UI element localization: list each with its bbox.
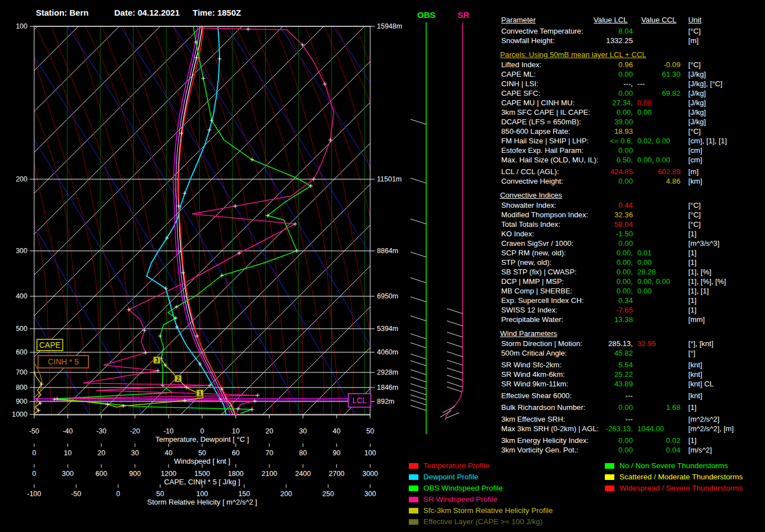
table-row: Bulk Richardson Number:0.001.68[1] (500, 403, 764, 412)
table-row: FM Hail Size | SHIP | LHP:<= 0.6,0.02, 0… (500, 136, 764, 146)
param-value: 0.00, (637, 277, 654, 286)
axis-tick-label: 0 (32, 470, 36, 478)
legend-swatch (409, 497, 418, 502)
wind-barb (411, 377, 426, 382)
param-value: 0.00, (637, 156, 654, 164)
axis-tick-label: 20 (97, 449, 105, 457)
altitude-label: 1846m (377, 384, 398, 391)
param-unit: [°C] (688, 26, 701, 36)
table-row: Max 3km SRH (0-2km) | AGL:-263.13,1044.0… (500, 424, 764, 433)
param-unit: [J/kg] (688, 117, 706, 127)
pressure-label: 600 (16, 348, 27, 356)
param-value: 0.00 (654, 156, 670, 164)
param-value: 0.02, (637, 137, 654, 145)
axis-tick-label: 2700 (329, 470, 344, 478)
svg-text:1: 1 (198, 390, 202, 396)
wind-barb (447, 352, 463, 357)
axis-tick-label: -40 (63, 427, 73, 435)
table-row: Exp. Supercell Index CH:0.34[1] (500, 296, 764, 305)
table-row: 3km Vorticity Gen. Pot.:0.000.04[m/s^2] (500, 445, 764, 455)
axis-tick-label: 40 (333, 427, 340, 435)
table-section-title: Wind Parameters (500, 329, 764, 339)
table-row: Total Totals Index:58.04[°C] (500, 220, 764, 229)
axis-tick-label: 40 (165, 449, 172, 457)
axis-tick-label: 200 (281, 490, 292, 498)
param-unit: [°], [knt] (688, 339, 713, 348)
axis-title: Storm Relative Helicity [ m^2/s^2 ] (147, 498, 257, 506)
obs-wind-column (411, 22, 426, 434)
legend-label: Scattered / Moderate Thunderstorms (619, 473, 743, 481)
param-value: 0.01 (637, 249, 652, 257)
pressure-label: 900 (16, 398, 27, 405)
legend-item: Scattered / Moderate Thunderstorms (605, 472, 743, 483)
param-value: 0.44 (618, 201, 633, 209)
param-value: 13.38 (614, 315, 633, 324)
table-header: Value LCL (594, 15, 628, 25)
axis-tick-label: 2100 (262, 470, 277, 478)
param-unit: [J/kg] (688, 98, 706, 108)
svg-text:CAPE: CAPE (39, 340, 60, 349)
param-value: 28.28 (637, 268, 656, 276)
param-value: 0.00 (618, 239, 633, 248)
table-row: Craven SigSvr / 1000:0.00[m^3/s^3] (500, 239, 764, 248)
table-row: 3km SFC CAPE | IL CAPE:0.00,0.00[J/kg] (500, 108, 764, 117)
wind-barb (411, 178, 426, 183)
axis-tick-label: 0 (32, 449, 36, 457)
windspeed-axis: 0102030405060708090100Windspeed [ knt ] (32, 444, 376, 465)
table-row: MB Comp | SHERBE:0.00,0.00[1], [1] (500, 286, 764, 296)
wind-barb (447, 387, 463, 392)
table-row: Convective Temperature:8.04[°C] (500, 26, 764, 36)
svg-text:CINH * 5: CINH * 5 (48, 357, 78, 366)
axis-tick-label: 10 (64, 449, 72, 457)
table-header: Value CCL (641, 15, 677, 25)
altitude-label: 5394m (377, 325, 398, 333)
axis-tick-label: 900 (129, 470, 141, 478)
wind-barb (411, 390, 426, 395)
param-value: 32.36 (614, 211, 633, 219)
wind-barb (411, 361, 426, 366)
axis-tick-label: 10 (232, 427, 240, 435)
svg-text:3: 3 (155, 357, 158, 363)
axis-tick-label: -100 (27, 490, 41, 498)
pressure-label: 700 (16, 368, 27, 376)
table-row: Convective Height:0.004.86[km] (500, 176, 764, 186)
param-unit: [1] (688, 229, 697, 239)
srh-axis: -100-50050100150200250300Storm Relative … (27, 484, 376, 506)
axis-tick-label: -20 (130, 427, 140, 435)
legend-swatch (409, 519, 418, 525)
param-value: 5.54 (618, 361, 633, 369)
legend-swatch (409, 486, 418, 491)
altitude-label: 11501m (377, 175, 402, 183)
param-unit: [km] (688, 176, 702, 186)
wind-barb (411, 316, 426, 321)
param-value: 1.68 (666, 403, 680, 412)
param-value: -1.50 (616, 230, 633, 238)
sr-hook (445, 389, 463, 420)
legend-label: Effective Layer (CAPE >= 100 J/kg) (423, 517, 543, 526)
legend-label: Dewpoint Profile (423, 473, 478, 481)
param-value: 18.93 (614, 127, 633, 136)
parcel-profile (178, 26, 235, 415)
wind-barb (411, 252, 426, 257)
axis-tick-label: 50 (198, 449, 206, 457)
param-unit: [1], [%] (688, 267, 711, 277)
param-unit: [J/kg] (688, 88, 706, 98)
legend-item: Widespread / Severe Thunderstorms (605, 483, 743, 494)
axis-title: Temperature, Dewpoint [ °C ] (155, 435, 249, 444)
altitude-label: 8864m (377, 247, 398, 255)
table-row: DCAPE (LFS = 650mB):39.00[J/kg] (500, 117, 764, 127)
axis-tick-label: -50 (71, 490, 81, 498)
table-row: KO Index:-1.50[1] (500, 229, 764, 239)
legend-item: Dewpoint Profile (409, 472, 553, 483)
wind-barb (447, 368, 463, 373)
table-row: 850-600 Lapse Rate:18.93[°C] (500, 127, 764, 136)
param-unit: [m^2/s^2] (688, 414, 720, 424)
axis-tick-label: 3000 (362, 470, 378, 478)
table-row: CAPE ML:0.0061.30[J/kg] (500, 69, 764, 79)
table-row: CAPE SFC:0.0069.82[J/kg] (500, 88, 764, 98)
pressure-label: 200 (16, 175, 27, 183)
pressure-label: 300 (16, 247, 27, 255)
axis-tick-label: 150 (239, 490, 250, 498)
axis-tick-label: 50 (366, 427, 374, 435)
param-unit: [1] (688, 296, 697, 305)
